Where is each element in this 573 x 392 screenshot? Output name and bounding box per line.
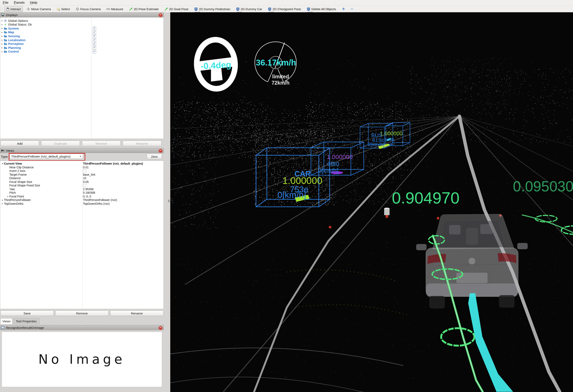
expand-arrow-icon[interactable]: ▸: [1, 43, 3, 45]
expand-arrow-icon[interactable]: ▸: [1, 31, 3, 34]
toolbar-handle[interactable]: [0, 7, 2, 11]
views-row-value[interactable]: 0.05: [83, 180, 89, 184]
views-row-value[interactable]: 0; 0; 0: [83, 195, 91, 198]
views-row-distance[interactable]: Distance: [6, 176, 21, 180]
add-tool-button[interactable]: +: [342, 6, 345, 12]
display-enabled-checkbox[interactable]: ✓: [92, 46, 96, 50]
menu-item-panels[interactable]: Panels: [11, 0, 27, 5]
tool-focus-camera[interactable]: Focus Camera: [74, 6, 103, 12]
displays-row-sensing[interactable]: ▸Sensing: [1, 34, 20, 38]
tool-2d-dummy-pedestrian[interactable]: Autoware2D Dummy Pedestrian: [193, 6, 232, 12]
menu-item-help[interactable]: Help: [27, 0, 40, 5]
views-row-value[interactable]: [83, 169, 86, 173]
splitter-handle[interactable]: ······: [78, 320, 85, 323]
display-enabled-checkbox[interactable]: ✓: [92, 34, 96, 38]
zero-button[interactable]: Zero: [147, 154, 162, 159]
expand-arrow-icon[interactable]: ▸: [1, 23, 3, 26]
recognition-panel-header: RecognitionResultOnImage ✕: [0, 325, 164, 330]
tool-measure[interactable]: Measure: [105, 6, 125, 12]
expand-arrow-icon[interactable]: ▸: [1, 50, 3, 53]
views-row-value[interactable]: base_link: [83, 173, 95, 176]
focus-camera-icon: [75, 7, 79, 11]
views-row-value[interactable]: 0.01: [83, 165, 89, 169]
views-row-invert-z-axis[interactable]: Invert Z Axis: [6, 169, 25, 173]
tool-2d-pose-estimate[interactable]: 2D Pose Estimate: [127, 6, 161, 12]
expand-arrow-icon[interactable]: ▸: [1, 35, 3, 37]
folder-icon: [3, 39, 7, 41]
display-enabled-checkbox[interactable]: ✓: [92, 31, 96, 34]
views-row-value[interactable]: 0.180399: [83, 191, 95, 195]
trajectory-ring: [441, 328, 474, 346]
move-camera-icon: [26, 7, 30, 11]
remove-button[interactable]: Remove: [55, 310, 108, 316]
tool-2d-dummy-car[interactable]: Autoware2D Dummy Car: [234, 6, 264, 12]
display-enabled-checkbox[interactable]: ✓: [92, 42, 96, 46]
view-type-dropdown[interactable]: ThirdPersonFollower (rviz_default_plugin…: [10, 154, 83, 159]
expand-arrow-icon[interactable]: ▸: [1, 39, 3, 41]
views-row-thirdpersonfollower[interactable]: ▸ThirdPersonFollower: [1, 198, 31, 202]
displays-row-map[interactable]: ▸Map: [1, 30, 14, 34]
display-enabled-checkbox[interactable]: ✓: [92, 27, 96, 30]
add-button[interactable]: Add: [0, 141, 39, 146]
detection-score-label: 1.000000: [380, 130, 402, 136]
recognition-image-area: No Image: [2, 332, 162, 387]
display-enabled-checkbox[interactable]: ✓: [92, 38, 96, 42]
property-checkbox[interactable]: [83, 170, 86, 172]
views-row-near-clip-distance[interactable]: Near Clip Distance: [6, 165, 34, 169]
chevron-down-icon: ▼: [79, 155, 82, 157]
3d-viewport[interactable]: CAR1.000000753e0[km/h]1.0000006f800[km/h…: [170, 12, 573, 392]
displays-row-planning[interactable]: ▸Planning: [1, 46, 21, 50]
views-row-pitch[interactable]: Pitch: [6, 191, 16, 195]
views-row-target-frame[interactable]: Target Frame: [6, 173, 27, 176]
views-row-value[interactable]: ThirdPersonFollower (rviz): [83, 198, 117, 202]
tab-tool-properties[interactable]: Tool Properties: [13, 318, 39, 324]
views-row-focal-point[interactable]: ▸Focal Point: [6, 195, 24, 198]
panel-collapse-arrow-icon[interactable]: [168, 199, 169, 203]
remove-tool-button[interactable]: −: [350, 6, 353, 12]
tool-delete-all-objects[interactable]: AutowareDelete All Objects: [305, 6, 338, 12]
steering-angle-value: -0.4deg: [200, 60, 232, 71]
save-button[interactable]: Save: [0, 310, 54, 316]
views-row-value[interactable]: TopDownOrtho (rviz): [83, 202, 110, 205]
tool-interact[interactable]: Interact: [4, 6, 23, 12]
views-row-value[interactable]: 10: [83, 176, 86, 180]
tab-views[interactable]: Views: [0, 318, 13, 324]
tool-2d-goal-pose[interactable]: 2D Goal Pose: [163, 6, 191, 12]
folder-icon: [3, 35, 7, 37]
views-row-value[interactable]: 2.95358: [83, 187, 94, 191]
displays-row-global-options[interactable]: ▸⚙Global Options: [1, 19, 28, 23]
left-panel-column: Displays ✕ ▸⚙Global Options▸✓Global Stat…: [0, 12, 170, 392]
close-icon[interactable]: ✕: [159, 149, 163, 153]
speed-value: 36.17km/h: [256, 58, 296, 67]
views-row-topdownortho[interactable]: ▸TopDownOrtho: [1, 202, 23, 205]
detection-velocity-label: 2[km/h]: [368, 141, 384, 147]
displays-row-system[interactable]: ▸System: [1, 26, 19, 30]
speed-gauge-hud: 36.17km/hlimited72km/h: [255, 42, 296, 86]
tool-move-camera[interactable]: Move Camera: [25, 6, 53, 12]
expand-arrow-icon[interactable]: ▸: [1, 27, 3, 30]
rename-button[interactable]: Rename: [110, 310, 163, 316]
close-icon[interactable]: ✕: [159, 13, 163, 17]
views-row-value[interactable]: [83, 184, 86, 187]
displays-row-localization[interactable]: ▸Localization: [1, 38, 26, 42]
displays-row-perception[interactable]: ▸Perception: [1, 42, 24, 46]
views-tree: ▾Current ViewThirdPersonFollower (rviz_d…: [0, 161, 164, 309]
expand-arrow-icon[interactable]: ▸: [1, 19, 3, 22]
toolbar-overflow-icon[interactable]: ▾: [285, 9, 286, 11]
display-enabled-checkbox[interactable]: ✓: [92, 50, 96, 53]
steering-wheel-hud: -0.4deg: [196, 39, 236, 90]
close-icon[interactable]: ✕: [159, 326, 163, 330]
property-checkbox[interactable]: [83, 184, 86, 187]
displays-panel-title: Displays: [6, 13, 18, 17]
views-row-focal-shape-fixed-size[interactable]: Focal Shape Fixed Size: [6, 184, 40, 187]
views-row-current-view[interactable]: ▾Current View: [1, 162, 22, 165]
tool-select[interactable]: Select: [55, 6, 72, 12]
menu-item-file[interactable]: File: [0, 0, 11, 5]
pose-arrow-icon: [129, 7, 133, 11]
views-row-focal-shape-size[interactable]: Focal Shape Size: [6, 180, 32, 184]
views-row-yaw[interactable]: Yaw: [6, 187, 15, 191]
displays-row-global-status-ok[interactable]: ▸✓Global Status: Ok: [1, 23, 32, 27]
displays-row-control[interactable]: ▸Control: [1, 50, 19, 54]
expand-arrow-icon[interactable]: ▸: [1, 46, 3, 49]
detection-id-label: 9a9b: [384, 137, 394, 142]
